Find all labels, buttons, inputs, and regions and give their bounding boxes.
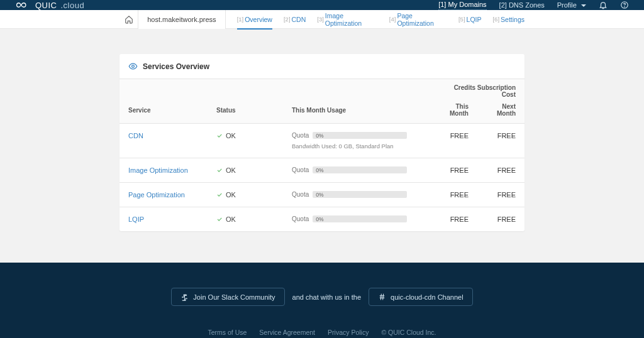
- status-badge: OK: [216, 132, 274, 139]
- status-text: OK: [226, 166, 236, 174]
- legal-links: Terms of Use Service Agreement Privacy P…: [0, 329, 644, 336]
- nav-profile-dropdown[interactable]: Profile: [557, 1, 586, 9]
- main-content: Services Overview Credits Subscription C…: [0, 29, 644, 263]
- check-icon: [216, 216, 223, 222]
- usage-cell: Quota0%: [292, 191, 421, 198]
- tabs-container: [1]Overview [2]CDN [3]Image Optimization…: [237, 10, 525, 29]
- check-icon: [216, 192, 223, 198]
- footer: Join Our Slack Community and chat with u…: [0, 263, 644, 338]
- tab-label: CDN: [292, 16, 306, 23]
- home-button[interactable]: [119, 15, 138, 24]
- tab-num: [1]: [237, 16, 244, 23]
- tab-lqip[interactable]: [5]LQIP: [458, 10, 482, 29]
- col-next-month: Next Month: [477, 98, 525, 124]
- cost-next-month: FREE: [477, 124, 525, 158]
- button-label: Join Our Slack Community: [193, 293, 275, 301]
- usage-cell: Quota0%Bandwidth Used: 0 GB, Standard Pl…: [292, 132, 421, 150]
- link-agreement[interactable]: Service Agreement: [259, 329, 315, 336]
- brand-name-2: .cloud: [61, 1, 85, 10]
- nav-num: [1]: [438, 1, 446, 8]
- tab-label: Page Optimization: [397, 12, 447, 27]
- cost-next-month: FREE: [477, 207, 525, 232]
- bell-icon: [599, 1, 608, 9]
- tab-label: Settings: [501, 16, 525, 23]
- brand-name-1: QUIC: [35, 1, 57, 10]
- nav-label: My Domains: [448, 1, 486, 8]
- quota-bar: 0%: [313, 215, 407, 222]
- quota-percent: 0%: [316, 167, 323, 173]
- card-header: Services Overview: [119, 54, 525, 79]
- usage-cell: Quota0%: [292, 166, 421, 173]
- quota-percent: 0%: [316, 216, 323, 222]
- tab-page-optimization[interactable]: [4]Page Optimization: [389, 10, 447, 29]
- cost-this-month: FREE: [430, 207, 477, 232]
- quota-label: Quota: [292, 215, 309, 222]
- status-badge: OK: [216, 166, 274, 174]
- check-icon: [216, 133, 223, 139]
- channel-button[interactable]: quic-cloud-cdn Channel: [369, 288, 473, 306]
- help-button[interactable]: [620, 1, 629, 9]
- notifications-button[interactable]: [599, 1, 608, 9]
- service-link[interactable]: Image Optimization: [128, 166, 188, 174]
- hash-icon: [378, 293, 386, 301]
- tab-label: Overview: [245, 16, 272, 23]
- tab-cdn[interactable]: [2]CDN: [284, 10, 306, 29]
- quota-bar: 0%: [313, 166, 407, 173]
- home-icon: [125, 15, 133, 24]
- quota-label: Quota: [292, 132, 309, 139]
- tab-num: [3]: [317, 16, 324, 23]
- tab-bar: host.makeitwork.press [1]Overview [2]CDN…: [0, 10, 644, 29]
- infinity-icon: [15, 0, 31, 10]
- top-nav: [1] My Domains [2] DNS Zones Profile: [438, 1, 629, 10]
- tab-image-optimization[interactable]: [3]Image Optimization: [317, 10, 378, 29]
- link-privacy[interactable]: Privacy Policy: [328, 329, 369, 336]
- status-badge: OK: [216, 215, 274, 223]
- slack-icon: [180, 293, 189, 301]
- cost-this-month: FREE: [430, 158, 477, 183]
- tab-num: [2]: [284, 16, 291, 23]
- svg-point-2: [132, 65, 135, 68]
- table-row: LQIPOKQuota0%FREEFREE: [119, 207, 525, 232]
- tab-settings[interactable]: [6]Settings: [492, 10, 525, 29]
- quota-bar: 0%: [313, 191, 407, 198]
- cost-this-month: FREE: [430, 124, 477, 158]
- nav-dns-zones[interactable]: [2] DNS Zones: [499, 1, 545, 9]
- table-row: CDNOKQuota0%Bandwidth Used: 0 GB, Standa…: [119, 124, 525, 158]
- help-icon: [620, 1, 629, 9]
- check-icon: [216, 167, 223, 173]
- chevron-down-icon: [581, 4, 586, 7]
- copyright-text: © QUIC Cloud Inc.: [381, 329, 436, 336]
- status-text: OK: [226, 191, 236, 199]
- table-row: Image OptimizationOKQuota0%FREEFREE: [119, 158, 525, 183]
- status-text: OK: [226, 132, 236, 139]
- nav-label: DNS Zones: [509, 1, 545, 9]
- slack-community-button[interactable]: Join Our Slack Community: [171, 288, 284, 306]
- usage-cell: Quota0%: [292, 215, 421, 222]
- brand-logo[interactable]: QUIC.cloud: [15, 0, 84, 10]
- domain-breadcrumb[interactable]: host.makeitwork.press: [138, 10, 225, 29]
- card-title: Services Overview: [143, 62, 209, 71]
- button-label: quic-cloud-cdn Channel: [391, 293, 464, 301]
- top-header: QUIC.cloud [1] My Domains [2] DNS Zones …: [0, 0, 644, 10]
- status-text: OK: [226, 215, 236, 223]
- link-terms[interactable]: Terms of Use: [208, 329, 247, 336]
- tab-overview[interactable]: [1]Overview: [237, 10, 272, 29]
- nav-my-domains[interactable]: [1] My Domains: [438, 1, 486, 10]
- nav-num: [2]: [499, 1, 507, 9]
- services-card: Services Overview Credits Subscription C…: [119, 54, 525, 231]
- status-badge: OK: [216, 191, 274, 199]
- col-status: Status: [208, 98, 283, 124]
- col-usage: This Month Usage: [283, 98, 430, 124]
- tab-label: Image Optimization: [325, 12, 378, 27]
- svg-point-1: [625, 7, 625, 8]
- cost-next-month: FREE: [477, 183, 525, 207]
- services-table: Credits Subscription Cost Service Status…: [119, 79, 525, 231]
- tab-label: LQIP: [467, 16, 482, 23]
- cost-this-month: FREE: [430, 183, 477, 207]
- table-row: Page OptimizationOKQuota0%FREEFREE: [119, 183, 525, 207]
- service-link[interactable]: CDN: [128, 132, 143, 139]
- tab-num: [5]: [458, 16, 465, 23]
- service-link[interactable]: Page Optimization: [128, 191, 185, 199]
- service-link[interactable]: LQIP: [128, 215, 144, 223]
- cost-next-month: FREE: [477, 158, 525, 183]
